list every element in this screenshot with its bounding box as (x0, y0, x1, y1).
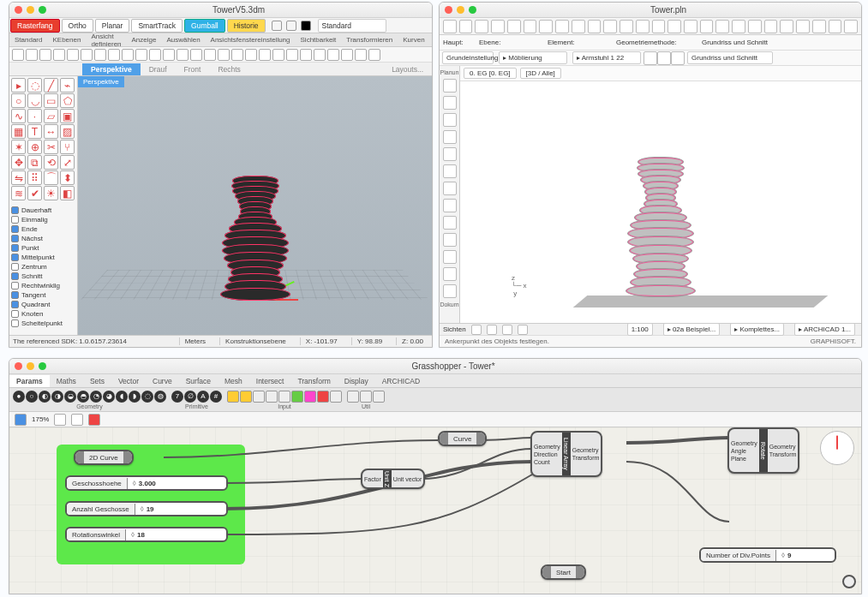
slab-icon[interactable] (443, 113, 457, 127)
zoom-value[interactable]: 175% (32, 415, 49, 423)
geom-icon[interactable]: ◍ (154, 391, 166, 403)
layers-icon[interactable] (218, 49, 230, 61)
canvas-end-icon[interactable] (842, 575, 856, 588)
geom-icon[interactable]: ◕ (103, 391, 115, 403)
knob-icon[interactable] (278, 391, 290, 403)
geom-icon[interactable]: ◐ (39, 391, 51, 403)
crumb-3d[interactable]: [3D / Alle] (520, 68, 561, 79)
nav-icon[interactable] (518, 325, 528, 335)
render-icon[interactable] (204, 49, 216, 61)
arrow-icon[interactable] (443, 20, 457, 33)
component-unit-z[interactable]: Factor Unit Z Unit vector (361, 469, 425, 489)
join-icon[interactable]: ⊕ (27, 140, 42, 154)
arrow-icon[interactable] (443, 79, 457, 93)
options-icon[interactable] (259, 49, 271, 61)
geom-icon[interactable]: ◔ (90, 391, 102, 403)
hatch-icon[interactable]: ▨ (60, 124, 75, 139)
morph-icon[interactable] (684, 20, 697, 33)
fillet-icon[interactable]: ⌒ (44, 170, 58, 185)
close-icon[interactable] (445, 6, 452, 14)
chk-naechst[interactable] (11, 235, 19, 242)
roof-icon[interactable] (603, 20, 617, 33)
pointer-icon[interactable]: ▸ (11, 78, 26, 93)
tool-icon[interactable] (355, 49, 367, 61)
zoom-icon[interactable] (54, 414, 66, 426)
tab-mesh[interactable]: Mesh (218, 375, 249, 387)
minimize-icon[interactable] (457, 6, 464, 14)
color-icon[interactable] (304, 391, 316, 403)
explode-icon[interactable]: ✶ (11, 140, 26, 154)
nav-icon[interactable] (502, 325, 512, 335)
object-icon[interactable] (652, 20, 666, 33)
open-icon[interactable] (26, 49, 38, 61)
stair-icon[interactable] (667, 20, 681, 33)
viewport-label[interactable]: Perspektive (78, 76, 124, 87)
slider-div-points[interactable]: Number of Div.Points9 (699, 547, 836, 563)
mesh-icon[interactable] (620, 20, 633, 33)
tab-intersect[interactable]: Intersect (249, 375, 291, 387)
view-right[interactable]: Rechts (209, 63, 248, 75)
layouts-link[interactable]: Layouts... (383, 63, 432, 75)
crumb-eg[interactable]: 0. EG [0. EG] (464, 68, 517, 79)
param-curve[interactable]: Curve (438, 431, 487, 446)
preview-icon[interactable] (71, 414, 83, 426)
grund-field[interactable]: Grundeinstellung (442, 51, 494, 64)
mirror-icon[interactable]: ⇋ (11, 170, 26, 185)
scale-icon[interactable]: ⤢ (60, 155, 75, 170)
chk-knoten[interactable] (11, 310, 19, 318)
chk-zentrum[interactable] (11, 263, 19, 271)
gh-canvas[interactable]: 2D Curve Geschosshoehe3.000 Anzahl Gesch… (9, 427, 861, 594)
tab-ansicht-def[interactable]: Ansicht definieren (86, 31, 126, 50)
roof-icon[interactable] (443, 130, 457, 144)
shell-icon[interactable] (443, 182, 457, 195)
trim-icon[interactable]: ✂ (44, 140, 58, 154)
swatch-icon[interactable] (317, 391, 329, 403)
tab-transformieren[interactable]: Transformieren (341, 34, 398, 45)
polyline-icon[interactable]: ⌁ (60, 78, 75, 93)
view-top[interactable]: Drauf (141, 63, 176, 75)
zoom-extents-icon[interactable] (163, 49, 175, 61)
loft-icon[interactable]: ≋ (11, 186, 26, 200)
tab-kurven[interactable]: Kurven (398, 34, 429, 45)
point-icon[interactable]: · (27, 109, 42, 123)
tab-display[interactable]: Display (338, 375, 375, 387)
minimize-icon[interactable] (27, 6, 34, 14)
prim-icon[interactable]: A (197, 391, 209, 403)
surface-icon[interactable]: ▱ (44, 109, 58, 123)
dim-icon[interactable] (748, 20, 762, 33)
tool-icon[interactable] (327, 49, 339, 61)
geom-icon[interactable]: ◗ (129, 391, 141, 403)
filter-icon[interactable] (272, 21, 282, 31)
tab-params[interactable]: Params (9, 375, 50, 387)
snap-rasterfang[interactable]: Rasterfang (10, 19, 60, 33)
nav-icon[interactable] (471, 325, 482, 335)
set-field[interactable]: ▸ 02a Beispiel... (663, 323, 721, 336)
chk-ende[interactable] (11, 225, 19, 233)
geom-icon[interactable]: ● (13, 391, 25, 403)
paste-icon[interactable] (94, 49, 106, 61)
rhino-viewport[interactable]: Perspektive (78, 76, 432, 335)
slider-anzahl-geschosse[interactable]: Anzahl Geschosse19 (65, 501, 228, 516)
properties-icon[interactable] (231, 49, 243, 61)
curtain-icon[interactable] (700, 20, 714, 33)
tab-ansichtsfenster[interactable]: Ansichtsfenstereinstellung (206, 34, 296, 45)
toggle-icon[interactable] (266, 391, 278, 403)
tab-kebenen[interactable]: KEbenen (47, 34, 86, 45)
redo-icon[interactable] (491, 20, 505, 33)
tool-icon[interactable] (272, 49, 284, 61)
extrude-icon[interactable]: ⬍ (60, 170, 75, 185)
copy-icon[interactable] (81, 49, 93, 61)
column-icon[interactable] (443, 164, 457, 178)
split-icon[interactable]: ⑂ (60, 140, 75, 154)
param-2dcurve[interactable]: 2D Curve (74, 450, 134, 465)
util-icon[interactable] (347, 391, 359, 403)
scale-field[interactable]: 1:100 (627, 323, 653, 336)
save-icon[interactable] (15, 414, 27, 426)
polygon-icon[interactable]: ⬠ (60, 93, 75, 108)
slider-geschosshoehe[interactable]: Geschosshoehe3.000 (65, 475, 228, 491)
slider-icon[interactable] (253, 391, 265, 403)
arc-icon[interactable]: ◡ (27, 93, 42, 108)
rotate-icon[interactable] (149, 49, 161, 61)
beam-icon[interactable] (443, 147, 457, 161)
move-icon[interactable]: ✥ (11, 155, 26, 170)
